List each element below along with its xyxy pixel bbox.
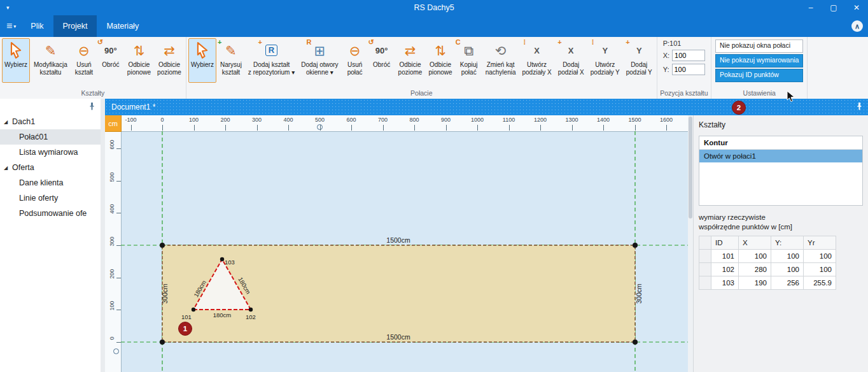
roof-corner-point[interactable] bbox=[633, 243, 638, 248]
ribbon-button-odbicie-pionowe[interactable]: ⇅Odbicie pionowe bbox=[426, 38, 454, 83]
drawing-canvas[interactable]: cm -100010020030040050060070080090010001… bbox=[105, 115, 688, 372]
points-col-y: Y: bbox=[771, 236, 804, 250]
roof-corner-point[interactable] bbox=[160, 243, 165, 248]
ruler-marker-y bbox=[113, 348, 119, 354]
app-menu-button[interactable]: ≡ ▾ bbox=[0, 15, 21, 37]
ribbon-button-obróć[interactable]: 90°↺Obróć bbox=[369, 38, 395, 83]
points-table: IDXY:Yr101100100100102280100100103190256… bbox=[699, 236, 836, 290]
ribbon-button-dodaj-kształt-z-repozytorium[interactable]: R+Dodaj kształt z repozytorium ▾ bbox=[246, 38, 297, 83]
contour-item-otwór-w-połaci1[interactable]: Otwór w połaci1 bbox=[699, 150, 862, 162]
sidebar-item-linie-oferty[interactable]: Linie oferty bbox=[0, 190, 101, 206]
document-tab[interactable]: Document1 * bbox=[105, 103, 155, 111]
ribbon-button-zmień-kąt-nachylenia[interactable]: ⟲Zmień kąt nachylenia bbox=[483, 38, 519, 83]
points-col-id: ID bbox=[711, 236, 739, 250]
toggle-pokazuj-id-punktów[interactable]: Pokazuj ID punktów bbox=[715, 69, 803, 82]
pin-icon[interactable] bbox=[88, 101, 95, 113]
opening-point-101[interactable] bbox=[192, 308, 195, 311]
sidebar-item-dane-klienta[interactable]: Dane klienta bbox=[0, 175, 101, 190]
ruler-tick-label: -100 bbox=[125, 117, 136, 123]
points-cell[interactable]: 101 bbox=[711, 250, 739, 263]
points-cell[interactable]: 190 bbox=[739, 276, 771, 290]
ribbon-button-wybierz[interactable]: Wybierz bbox=[2, 38, 30, 83]
points-table-row: 101100100100 bbox=[699, 250, 836, 263]
sidebar-splitter[interactable] bbox=[101, 99, 105, 372]
mirror-vertical-icon: ⇅ bbox=[129, 41, 148, 60]
quick-access-chevron-icon[interactable]: ▾ bbox=[6, 4, 10, 11]
toggle-nie-pokazuj-wymiarowania[interactable]: Nie pokazuj wymiarowania bbox=[715, 54, 803, 68]
ribbon-button-narysuj-kształt[interactable]: ✎+Narysuj kształt bbox=[218, 38, 244, 83]
sidebar-item-dach1[interactable]: ◢Dach1 bbox=[0, 114, 101, 129]
minimize-icon[interactable]: – bbox=[799, 0, 822, 15]
ribbon-button-odbicie-poziome[interactable]: ⇄Odbicie poziome bbox=[155, 38, 184, 83]
points-cell[interactable]: 100 bbox=[804, 263, 836, 276]
ribbon-button-odbicie-pionowe[interactable]: ⇅Odbicie pionowe bbox=[125, 38, 153, 83]
ruler-tick-label: 500 bbox=[315, 117, 325, 123]
shape-y-input[interactable] bbox=[672, 64, 705, 75]
points-cell[interactable]: 102 bbox=[711, 263, 739, 276]
points-col-yr: Yr bbox=[804, 236, 836, 250]
ribbon-button-utwórz-podziały-x[interactable]: X⁞Utwórz podziały X bbox=[519, 38, 554, 83]
draw-area[interactable]: 1500cm 1500cm 300cm 300cm 101 102 103 18… bbox=[121, 131, 688, 372]
row-selector[interactable] bbox=[699, 263, 711, 276]
sidebar-item-oferta[interactable]: ◢Oferta bbox=[0, 160, 101, 175]
points-cell[interactable]: 100 bbox=[771, 263, 804, 276]
ribbon-button-wybierz[interactable]: Wybierz bbox=[188, 38, 216, 83]
points-cell[interactable]: 100 bbox=[804, 250, 836, 263]
ribbon-button-dodaj-otwory-okienne[interactable]: ⊞RDodaj otwory okienne ▾ bbox=[298, 38, 340, 83]
canvas-vertical-scrollbar[interactable] bbox=[688, 115, 693, 372]
sidebar-item-podsumowanie-ofe[interactable]: Podsumowanie ofe bbox=[0, 206, 101, 221]
real-dimensions-label: wymiary rzeczywiste bbox=[699, 213, 863, 221]
ribbon-button-usuń-połać[interactable]: ⊖Usuń połać bbox=[342, 38, 368, 83]
tab-materialy[interactable]: Materiały bbox=[97, 15, 148, 37]
row-selector[interactable] bbox=[699, 276, 711, 290]
points-cell[interactable]: 280 bbox=[739, 263, 771, 276]
points-cell[interactable]: 100 bbox=[739, 250, 771, 263]
opening-point-103[interactable] bbox=[220, 257, 224, 261]
sidebar-item-połać01[interactable]: Połać01 bbox=[0, 129, 101, 145]
ribbon-button-dodaj-podział-y[interactable]: Y+Dodaj podział Y bbox=[624, 38, 655, 83]
toggle-nie-pokazuj-okna-połaci[interactable]: Nie pokazuj okna połaci bbox=[715, 39, 803, 53]
roof-corner-point[interactable] bbox=[633, 340, 638, 345]
pin-icon[interactable] bbox=[856, 103, 863, 112]
ribbon-button-dodaj-podział-x[interactable]: X+Dodaj podział X bbox=[556, 38, 587, 83]
points-col-x: X bbox=[739, 236, 771, 250]
remove-shape-icon: ⊖ bbox=[346, 41, 365, 60]
points-cell[interactable]: 256 bbox=[771, 276, 804, 290]
tab-projekt[interactable]: Projekt bbox=[53, 15, 97, 37]
sidebar-item-lista-wymiarowa[interactable]: Lista wymiarowa bbox=[0, 145, 101, 160]
points-cell[interactable]: 100 bbox=[771, 250, 804, 263]
ribbon-button-kopiuj-połać[interactable]: ⧉CKopiuj połać bbox=[456, 38, 482, 83]
ruler-tick-label: 600 bbox=[109, 138, 115, 151]
ribbon-button-label: Obróć bbox=[373, 61, 390, 69]
x-label: X: bbox=[663, 52, 669, 59]
sidebar-item-label: Dane klienta bbox=[19, 178, 64, 187]
ruler-tick bbox=[635, 125, 636, 131]
collapse-ribbon-icon[interactable]: ∧ bbox=[851, 20, 863, 32]
tab-plik[interactable]: Plik bbox=[21, 15, 53, 37]
project-tree: ◢Dach1Połać01Lista wymiarowa◢OfertaDane … bbox=[0, 114, 101, 221]
ruler-tick-label: 200 bbox=[109, 268, 115, 280]
ribbon-button-label: Odbicie poziome bbox=[157, 61, 181, 76]
ribbon-button-obróć[interactable]: 90°↺Obróć bbox=[98, 38, 123, 83]
maximize-icon[interactable]: ▢ bbox=[822, 0, 845, 15]
row-selector[interactable] bbox=[699, 250, 711, 263]
ruler-tick bbox=[131, 125, 132, 131]
tree-expander-icon[interactable]: ◢ bbox=[4, 119, 12, 125]
ruler-tick bbox=[116, 181, 121, 182]
ruler-tick-label: 1000 bbox=[471, 117, 484, 123]
angle-icon: ⟲ bbox=[491, 41, 510, 60]
roof-corner-point[interactable] bbox=[160, 340, 165, 345]
ribbon-button-utwórz-podziały-y[interactable]: Y⁞Utwórz podziały Y bbox=[588, 38, 622, 83]
document-region: Document1 * 2 cm -1000100200300400500600… bbox=[105, 99, 868, 372]
points-cell[interactable]: 255.9 bbox=[804, 276, 836, 290]
close-icon[interactable]: ✕ bbox=[845, 0, 868, 15]
points-cell[interactable]: 103 bbox=[711, 276, 739, 290]
ribbon-button-usuń-kształt[interactable]: ⊖Usuń kształt bbox=[71, 38, 97, 83]
ribbon-button-odbicie-poziome[interactable]: ⇄Odbicie poziome bbox=[396, 38, 425, 83]
ribbon-button-modyfikacja-kształtu[interactable]: ✎Modyfikacja kształtu bbox=[31, 38, 70, 83]
shape-x-input[interactable] bbox=[672, 50, 705, 61]
opening-point-102[interactable] bbox=[249, 308, 253, 311]
tree-expander-icon[interactable]: ◢ bbox=[4, 165, 12, 171]
scrollbar-thumb[interactable] bbox=[689, 117, 692, 218]
y-label: Y: bbox=[663, 66, 669, 73]
